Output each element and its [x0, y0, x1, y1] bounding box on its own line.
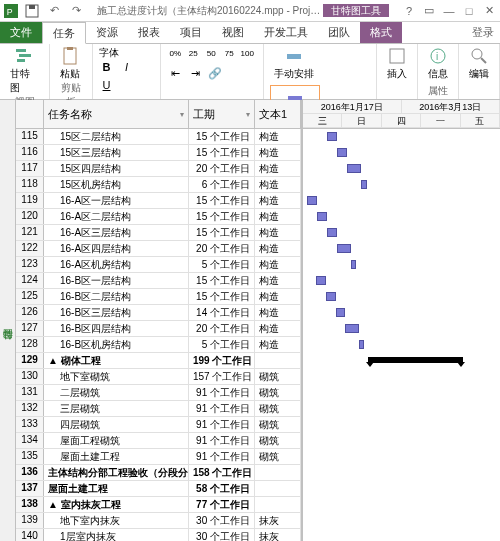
- table-row[interactable]: 131二层砌筑91 个工作日砌筑: [16, 385, 301, 401]
- text1-cell[interactable]: 抹灰: [255, 513, 301, 528]
- row-num[interactable]: 134: [16, 433, 44, 448]
- duration-cell[interactable]: 20 个工作日: [189, 241, 255, 256]
- text1-cell[interactable]: [255, 481, 301, 496]
- table-row[interactable]: 12616-B区三层结构14 个工作日构造: [16, 305, 301, 321]
- gantt-bar[interactable]: [307, 196, 317, 205]
- row-num[interactable]: 136: [16, 465, 44, 480]
- row-num[interactable]: 132: [16, 401, 44, 416]
- gantt-bar[interactable]: [326, 292, 336, 301]
- task-name-cell[interactable]: 16-A区机房结构: [44, 257, 189, 272]
- duration-cell[interactable]: 77 个工作日: [189, 497, 255, 512]
- task-name-cell[interactable]: 16-B区机房结构: [44, 337, 189, 352]
- gantt-bar[interactable]: [336, 308, 345, 317]
- table-row[interactable]: 134屋面工程砌筑91 个工作日砌筑: [16, 433, 301, 449]
- row-num[interactable]: 140: [16, 529, 44, 541]
- duration-cell[interactable]: 5 个工作日: [189, 257, 255, 272]
- info-button[interactable]: i信息: [424, 46, 452, 81]
- task-name-cell[interactable]: 二层砌筑: [44, 385, 189, 400]
- bold-icon[interactable]: B: [99, 60, 115, 74]
- table-row[interactable]: 130地下室砌筑157 个工作日砌筑: [16, 369, 301, 385]
- underline-icon[interactable]: U: [99, 78, 115, 92]
- window-min-icon[interactable]: —: [442, 5, 456, 17]
- text1-cell[interactable]: [255, 353, 301, 368]
- row-num[interactable]: 118: [16, 177, 44, 192]
- italic-icon[interactable]: I: [119, 60, 135, 74]
- duration-cell[interactable]: 20 个工作日: [189, 321, 255, 336]
- text1-cell[interactable]: 构造: [255, 241, 301, 256]
- text1-cell[interactable]: 构造: [255, 209, 301, 224]
- tab-project[interactable]: 项目: [170, 22, 212, 43]
- window-close-icon[interactable]: ✕: [482, 4, 496, 17]
- gantt-bar[interactable]: [316, 276, 326, 285]
- help-icon[interactable]: ?: [402, 5, 416, 17]
- task-name-cell[interactable]: 15区机房结构: [44, 177, 189, 192]
- text1-cell[interactable]: 砌筑: [255, 385, 301, 400]
- task-name-cell[interactable]: 16-B区二层结构: [44, 289, 189, 304]
- text1-cell[interactable]: 构造: [255, 337, 301, 352]
- duration-cell[interactable]: 15 个工作日: [189, 209, 255, 224]
- row-num[interactable]: 121: [16, 225, 44, 240]
- task-name-cell[interactable]: 四层砌筑: [44, 417, 189, 432]
- duration-cell[interactable]: 15 个工作日: [189, 193, 255, 208]
- login-link[interactable]: 登录: [466, 22, 500, 43]
- duration-cell[interactable]: 15 个工作日: [189, 289, 255, 304]
- save-icon[interactable]: [24, 4, 40, 18]
- text1-cell[interactable]: 砌筑: [255, 449, 301, 464]
- table-row[interactable]: 11615区三层结构15 个工作日构造: [16, 145, 301, 161]
- gantt-summary[interactable]: [368, 357, 463, 363]
- text1-cell[interactable]: 砌筑: [255, 433, 301, 448]
- table-row[interactable]: 12016-A区二层结构15 个工作日构造: [16, 209, 301, 225]
- pct75-icon[interactable]: 75: [221, 46, 237, 60]
- tab-team[interactable]: 团队: [318, 22, 360, 43]
- table-row[interactable]: 132三层砌筑91 个工作日砌筑: [16, 401, 301, 417]
- table-row[interactable]: 11715区四层结构20 个工作日构造: [16, 161, 301, 177]
- row-num-header[interactable]: [16, 100, 44, 128]
- duration-cell[interactable]: 91 个工作日: [189, 385, 255, 400]
- text1-cell[interactable]: 砌筑: [255, 369, 301, 384]
- row-num[interactable]: 126: [16, 305, 44, 320]
- table-row[interactable]: 12116-A区三层结构15 个工作日构造: [16, 225, 301, 241]
- table-row[interactable]: 12216-A区四层结构20 个工作日构造: [16, 241, 301, 257]
- gantt-bar[interactable]: [317, 212, 327, 221]
- duration-cell[interactable]: 5 个工作日: [189, 337, 255, 352]
- gantt-bar[interactable]: [359, 340, 364, 349]
- duration-cell[interactable]: 6 个工作日: [189, 177, 255, 192]
- table-row[interactable]: 11515区二层结构15 个工作日构造: [16, 129, 301, 145]
- text1-cell[interactable]: 构造: [255, 289, 301, 304]
- task-name-cell[interactable]: 15区四层结构: [44, 161, 189, 176]
- table-row[interactable]: 139地下室内抹灰30 个工作日抹灰: [16, 513, 301, 529]
- tab-task[interactable]: 任务: [42, 22, 86, 44]
- duration-cell[interactable]: 30 个工作日: [189, 529, 255, 541]
- manual-button[interactable]: 手动安排: [270, 46, 318, 81]
- table-row[interactable]: 137屋面土建工程58 个工作日: [16, 481, 301, 497]
- task-name-cell[interactable]: 三层砌筑: [44, 401, 189, 416]
- text1-cell[interactable]: 构造: [255, 161, 301, 176]
- gantt-bar[interactable]: [337, 244, 351, 253]
- gantt-bar[interactable]: [345, 324, 359, 333]
- paste-button[interactable]: 粘贴: [56, 46, 84, 81]
- row-num[interactable]: 137: [16, 481, 44, 496]
- table-row[interactable]: 133四层砌筑91 个工作日砌筑: [16, 417, 301, 433]
- duration-cell[interactable]: 91 个工作日: [189, 401, 255, 416]
- duration-cell[interactable]: 20 个工作日: [189, 161, 255, 176]
- text1-cell[interactable]: [255, 497, 301, 512]
- indent-icon[interactable]: ⇥: [187, 67, 203, 81]
- text1-cell[interactable]: 构造: [255, 321, 301, 336]
- table-row[interactable]: 135屋面土建工程91 个工作日砌筑: [16, 449, 301, 465]
- duration-cell[interactable]: 58 个工作日: [189, 481, 255, 496]
- font-label[interactable]: 字体: [99, 46, 119, 60]
- side-gantt-label[interactable]: 甘特图: [0, 100, 16, 541]
- gantt-bar[interactable]: [351, 260, 356, 269]
- task-name-cell[interactable]: 16-A区三层结构: [44, 225, 189, 240]
- table-row[interactable]: 12816-B区机房结构5 个工作日构造: [16, 337, 301, 353]
- table-row[interactable]: 129▲ 砌体工程199 个工作日: [16, 353, 301, 369]
- row-num[interactable]: 124: [16, 273, 44, 288]
- duration-cell[interactable]: 15 个工作日: [189, 273, 255, 288]
- tab-resource[interactable]: 资源: [86, 22, 128, 43]
- pct0-icon[interactable]: 0%: [167, 46, 183, 60]
- task-name-cell[interactable]: 屋面工程砌筑: [44, 433, 189, 448]
- task-name-cell[interactable]: ▲ 砌体工程: [44, 353, 189, 368]
- gantt-bar[interactable]: [327, 132, 337, 141]
- chevron-down-icon[interactable]: ▾: [180, 110, 184, 119]
- task-name-cell[interactable]: ▲ 室内抹灰工程: [44, 497, 189, 512]
